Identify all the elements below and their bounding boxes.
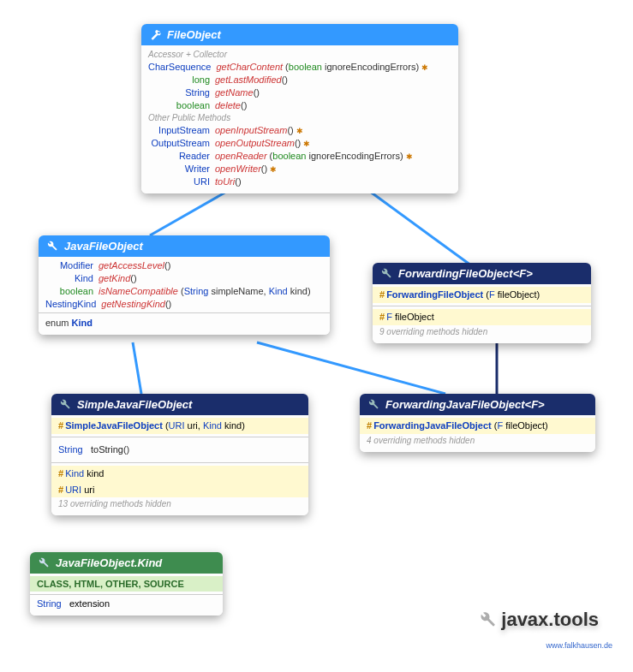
divider [30, 594, 223, 595]
method-row: StringgetName() [148, 86, 451, 99]
class-title: JavaFileObject.Kind [56, 556, 162, 569]
enum-row: enum Kind [45, 316, 323, 330]
method-row: StringtoString() [58, 440, 302, 460]
class-header: ForwardingFileObject<F> [373, 263, 591, 284]
credit-link[interactable]: www.falkhausen.de [546, 641, 612, 650]
method-row: ModifiergetAccessLevel() [45, 259, 323, 272]
package-name: javax.tools [501, 609, 599, 631]
svg-line-1 [360, 184, 471, 265]
method-row: booleandelete() [148, 99, 451, 112]
hidden-note: 9 overriding methods hidden [379, 325, 584, 338]
divider [39, 312, 330, 313]
class-header: ForwardingJavaFileObject<F> [360, 394, 595, 415]
method-row: InputStreamopenInputStream()✱ [148, 124, 451, 137]
class-body: ModifiergetAccessLevel() KindgetKind() b… [39, 257, 330, 335]
method-row: OutputStreamopenOutputStream()✱ [148, 137, 451, 150]
field-row: #URI uri [51, 482, 308, 498]
class-forwarding-java-file-object: ForwardingJavaFileObject<F> #ForwardingJ… [360, 394, 595, 452]
class-header: FileObject [141, 24, 458, 45]
class-header: JavaFileObject [39, 235, 330, 257]
divider [51, 462, 308, 463]
class-body: #SimpleJavaFileObject (URI uri, Kind kin… [51, 415, 308, 515]
field-row: #F fileObject [373, 309, 591, 325]
wrench-icon [47, 241, 59, 253]
class-forwarding-file-object: ForwardingFileObject<F> #ForwardingFileO… [373, 263, 591, 343]
class-file-object: FileObject Accessor + Collector CharSequ… [141, 24, 458, 193]
constructor-row: #ForwardingFileObject (F fileObject) [373, 287, 591, 303]
class-title: ForwardingJavaFileObject [385, 398, 525, 411]
constructor-row: #ForwardingJavaFileObject (F fileObject) [360, 418, 595, 434]
constructor-row: #SimpleJavaFileObject (URI uri, Kind kin… [51, 418, 308, 434]
wrench-icon [39, 557, 51, 569]
class-header: SimpleJavaFileObject [51, 394, 308, 415]
class-title: SimpleJavaFileObject [77, 398, 192, 411]
type-param: <F> [513, 267, 533, 280]
hidden-note: 13 overriding methods hidden [58, 497, 302, 510]
class-body: CLASS, HTML, OTHER, SOURCE Stringextensi… [30, 574, 223, 616]
package-label: javax.tools [481, 609, 599, 631]
type-param: <F> [525, 398, 545, 411]
wrench-icon [150, 29, 162, 41]
class-title: JavaFileObject [64, 240, 143, 253]
class-body: #ForwardingFileObject (F fileObject) #F … [373, 284, 591, 343]
class-simple-java-file-object: SimpleJavaFileObject #SimpleJavaFileObje… [51, 394, 308, 515]
enum-values: CLASS, HTML, OTHER, SOURCE [30, 576, 223, 592]
class-body: #ForwardingJavaFileObject (F fileObject)… [360, 415, 595, 452]
section-other: Other Public Methods [148, 111, 451, 124]
section-accessor: Accessor + Collector [148, 48, 451, 61]
method-row: ReaderopenReader (boolean ignoreEncoding… [148, 150, 451, 163]
wrench-icon [481, 612, 496, 627]
class-java-file-object: JavaFileObject ModifiergetAccessLevel() … [39, 235, 330, 335]
method-row: URItoUri() [148, 175, 451, 188]
divider [373, 306, 591, 306]
class-body: Accessor + Collector CharSequencegetChar… [141, 45, 458, 193]
field-row: Stringextension [37, 598, 216, 610]
method-row: longgetLastModified() [148, 74, 451, 86]
divider [51, 437, 308, 437]
class-kind-enum: JavaFileObject.Kind CLASS, HTML, OTHER, … [30, 552, 223, 616]
class-header: JavaFileObject.Kind [30, 552, 223, 574]
class-title: ForwardingFileObject [398, 267, 513, 280]
svg-line-3 [257, 342, 445, 394]
wrench-icon [381, 268, 393, 280]
method-row: booleanisNameCompatible (String simpleNa… [45, 285, 323, 298]
method-row: WriteropenWriter()✱ [148, 163, 451, 175]
wrench-icon [60, 399, 72, 411]
method-row: KindgetKind() [45, 272, 323, 285]
svg-line-2 [133, 342, 141, 394]
method-row: NestingKindgetNestingKind() [45, 298, 323, 311]
wrench-icon [368, 399, 380, 411]
class-title: FileObject [167, 28, 221, 41]
field-row: #Kind kind [51, 466, 308, 482]
method-row: CharSequencegetCharContent (boolean igno… [148, 61, 451, 74]
hidden-note: 4 overriding methods hidden [367, 434, 588, 447]
